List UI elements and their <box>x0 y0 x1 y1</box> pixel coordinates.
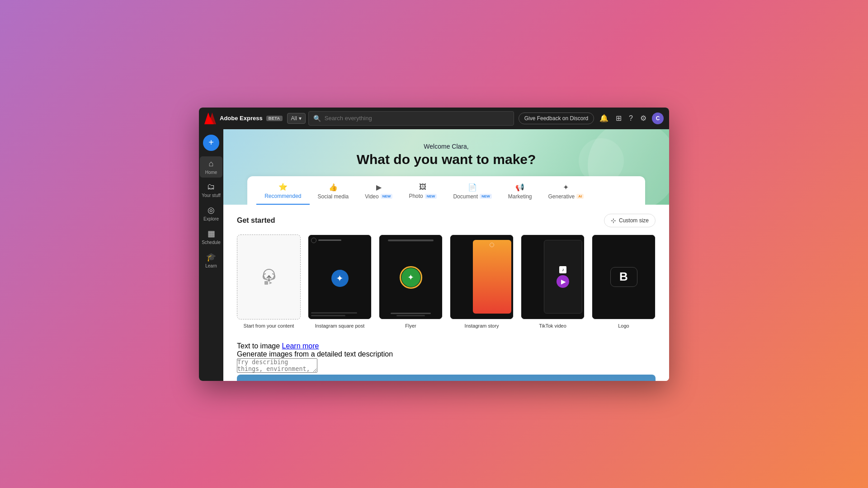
tti-grid <box>237 358 656 381</box>
template-card-start-from-content[interactable]: Start from your content <box>237 235 301 328</box>
video-new-badge: NEW <box>381 194 393 199</box>
tti-image-mountain[interactable] <box>237 375 656 381</box>
template-card-instagram-story[interactable]: Instagram story <box>450 235 514 328</box>
svg-rect-5 <box>264 281 268 285</box>
template-thumb-tiktok-video: ♪ ▶ <box>521 235 585 319</box>
sidebar-item-learn[interactable]: 🎓 Learn <box>200 249 222 271</box>
learn-icon: 🎓 <box>206 252 216 262</box>
headline: What do you want to make? <box>237 152 656 167</box>
template-card-instagram-square[interactable]: ✦ Instagram square post <box>308 235 372 328</box>
sidebar-item-your-stuff[interactable]: 🗂 Your stuff <box>200 179 222 201</box>
learn-more-link[interactable]: Learn more <box>282 342 319 350</box>
logo-area: Adobe Express BETA <box>204 113 283 124</box>
photo-new-badge: NEW <box>425 194 437 199</box>
notifications-icon[interactable]: 🔔 <box>598 112 610 124</box>
beta-badge: BETA <box>266 116 283 121</box>
template-thumb-logo: B <box>592 235 656 319</box>
generative-icon: ✦ <box>563 183 569 192</box>
document-new-badge: NEW <box>480 194 492 199</box>
your-stuff-icon: 🗂 <box>207 182 215 192</box>
get-started-header: Get started ⊹ Custom size <box>237 214 656 227</box>
tab-recommended-label: Recommended <box>264 193 301 199</box>
generative-ai-badge: AI <box>576 194 584 199</box>
template-thumb-instagram-story <box>450 235 514 319</box>
svg-rect-7 <box>237 375 656 381</box>
template-name-start-from-content: Start from your content <box>244 323 294 328</box>
main-layout: + ⌂ Home 🗂 Your stuff ◎ Explore ▦ Schedu… <box>199 129 669 381</box>
search-icon: 🔍 <box>313 115 321 122</box>
template-thumb-instagram-square: ✦ <box>308 235 372 319</box>
search-bar[interactable]: 🔍 <box>308 111 514 126</box>
tab-document-label: Document NEW <box>453 193 491 200</box>
tabs-container: ⭐ Recommended 👍 Social media ▶ <box>247 176 645 205</box>
schedule-icon: ▦ <box>208 229 215 239</box>
chevron-down-icon: ▾ <box>299 115 302 122</box>
upload-cloud-icon <box>258 266 280 288</box>
search-input[interactable] <box>325 115 509 122</box>
app-name: Adobe Express <box>220 115 263 122</box>
custom-size-button[interactable]: ⊹ Custom size <box>604 214 656 227</box>
adobe-logo-icon <box>204 113 216 124</box>
search-area: All ▾ 🔍 <box>287 111 514 126</box>
tab-photo-label: Photo NEW <box>409 193 437 199</box>
tti-text-input[interactable] <box>237 358 317 373</box>
home-icon: ⌂ <box>209 159 214 169</box>
marketing-icon: 📢 <box>515 183 524 192</box>
help-icon[interactable]: ? <box>627 113 635 124</box>
settings-icon[interactable]: ⚙ <box>638 112 648 124</box>
tab-social-media-label: Social media <box>318 193 349 200</box>
template-name-instagram-story: Instagram story <box>465 323 499 328</box>
tab-video-label: Video NEW <box>365 193 392 200</box>
topbar: Adobe Express BETA All ▾ 🔍 Give Feedback… <box>199 108 669 129</box>
tab-recommended[interactable]: ⭐ Recommended <box>256 176 309 205</box>
custom-size-icon: ⊹ <box>611 217 616 224</box>
social-media-icon: 👍 <box>329 183 338 192</box>
apps-icon[interactable]: ⊞ <box>614 112 623 124</box>
search-filter-dropdown[interactable]: All ▾ <box>287 113 306 124</box>
sidebar-item-schedule[interactable]: ▦ Schedule <box>200 226 222 248</box>
template-card-flyer[interactable]: ✦ Flyer <box>379 235 443 328</box>
content-area: Welcome Clara, What do you want to make?… <box>223 129 669 381</box>
template-name-logo: Logo <box>618 323 629 328</box>
tti-subtitle: Generate images from a detailed text des… <box>237 350 656 358</box>
hero-banner: Welcome Clara, What do you want to make?… <box>223 129 669 205</box>
feedback-button[interactable]: Give Feedback on Discord <box>519 113 594 124</box>
main-content: Get started ⊹ Custom size <box>223 205 669 381</box>
photo-icon: 🖼 <box>419 183 426 191</box>
add-button[interactable]: + <box>203 135 219 151</box>
template-thumb-start-from-content <box>237 235 301 319</box>
text-to-image-section: Text to image Learn more Generate images… <box>237 342 656 381</box>
template-card-logo[interactable]: B Logo <box>592 235 656 328</box>
document-icon: 📄 <box>468 183 477 192</box>
welcome-text: Welcome Clara, <box>237 143 656 150</box>
video-icon: ▶ <box>376 183 382 192</box>
tab-marketing-label: Marketing <box>508 193 532 200</box>
mountain-svg <box>237 375 656 381</box>
topbar-actions: Give Feedback on Discord 🔔 ⊞ ? ⚙ C <box>519 112 664 124</box>
explore-icon: ◎ <box>208 205 215 215</box>
get-started-title: Get started <box>237 216 275 225</box>
tab-marketing[interactable]: 📢 Marketing <box>500 177 540 204</box>
recommended-icon: ⭐ <box>278 183 288 191</box>
tti-header: Text to image Learn more <box>237 342 656 350</box>
tti-title: Text to image <box>237 342 280 350</box>
tab-document[interactable]: 📄 Document NEW <box>445 177 500 204</box>
sidebar: + ⌂ Home 🗂 Your stuff ◎ Explore ▦ Schedu… <box>199 129 223 381</box>
sidebar-item-explore[interactable]: ◎ Explore <box>200 202 222 224</box>
template-card-tiktok-video[interactable]: ♪ ▶ TikTok video <box>521 235 585 328</box>
user-avatar[interactable]: C <box>652 113 664 124</box>
template-name-instagram-square: Instagram square post <box>315 323 364 328</box>
tab-generative[interactable]: ✦ Generative AI <box>540 177 592 204</box>
tab-video[interactable]: ▶ Video NEW <box>357 177 401 204</box>
tti-input-card[interactable] <box>237 358 656 375</box>
template-grid: Start from your content <box>237 235 656 328</box>
tab-photo[interactable]: 🖼 Photo NEW <box>401 177 445 204</box>
tab-generative-label: Generative AI <box>548 193 584 200</box>
template-name-tiktok-video: TikTok video <box>539 323 566 328</box>
sidebar-item-home[interactable]: ⌂ Home <box>200 156 222 178</box>
tab-social-media[interactable]: 👍 Social media <box>310 177 357 204</box>
svg-marker-6 <box>269 282 272 284</box>
template-thumb-flyer: ✦ <box>379 235 443 319</box>
app-window: Adobe Express BETA All ▾ 🔍 Give Feedback… <box>199 108 669 381</box>
template-name-flyer: Flyer <box>405 323 416 328</box>
